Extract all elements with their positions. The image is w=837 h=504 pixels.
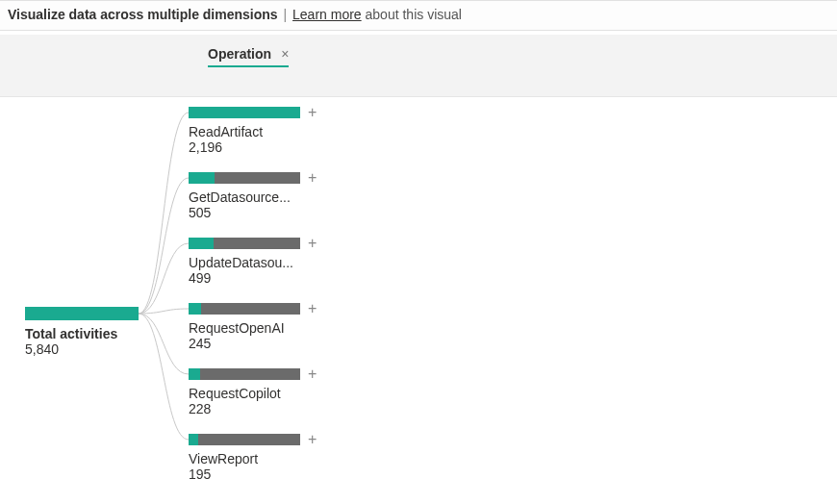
info-lead: Visualize data across multiple dimension… [8, 7, 278, 22]
info-bar: Visualize data across multiple dimension… [0, 1, 837, 31]
root-node[interactable]: Total activities 5,840 [25, 307, 146, 357]
child-bar-fill [189, 172, 215, 184]
child-label: UpdateDatasou... [189, 255, 314, 270]
close-icon[interactable]: × [281, 46, 289, 62]
child-node[interactable]: +RequestOpenAI245 [189, 303, 391, 351]
expand-icon[interactable]: + [308, 365, 317, 383]
child-value: 245 [189, 336, 391, 351]
child-label: GetDatasource... [189, 189, 314, 205]
dimension-chip-operation[interactable]: Operation × [208, 46, 289, 67]
child-bar-fill [189, 107, 300, 118]
child-bar-fill [189, 434, 198, 445]
child-value: 228 [189, 401, 391, 416]
decomposition-canvas: Total activities 5,840 +ReadArtifact2,19… [0, 97, 837, 501]
expand-icon[interactable]: + [308, 300, 317, 317]
child-node[interactable]: +UpdateDatasou...499 [189, 238, 391, 286]
child-node[interactable]: +GetDatasource...505 [189, 172, 391, 220]
child-bar-fill [189, 368, 200, 380]
child-label: RequestCopilot [189, 386, 314, 401]
root-title: Total activities [25, 326, 146, 341]
child-bar-fill [189, 303, 201, 315]
child-node[interactable]: +RequestCopilot228 [189, 368, 391, 416]
root-bar [25, 307, 139, 320]
expand-icon[interactable]: + [308, 431, 317, 448]
expand-icon[interactable]: + [308, 104, 317, 121]
child-label: ReadArtifact [189, 124, 314, 139]
info-trail: about this visual [362, 7, 462, 22]
expand-icon[interactable]: + [308, 169, 317, 187]
learn-more-link[interactable]: Learn more [292, 7, 362, 22]
child-bar: + [189, 303, 300, 315]
child-value: 2,196 [189, 139, 391, 155]
child-bar-fill [189, 238, 214, 249]
child-value: 499 [189, 270, 391, 286]
expand-icon[interactable]: + [308, 235, 317, 252]
connector-lines [0, 97, 837, 501]
child-bar: + [189, 368, 300, 380]
dimension-chip-label: Operation [208, 46, 271, 62]
child-value: 505 [189, 205, 391, 220]
child-bar: + [189, 434, 300, 445]
child-bar: + [189, 172, 300, 184]
child-bar: + [189, 107, 300, 118]
dimension-chip-row: Operation × [0, 35, 837, 97]
child-node[interactable]: +ReadArtifact2,196 [189, 107, 391, 155]
child-value: 195 [189, 466, 391, 482]
root-value: 5,840 [25, 341, 146, 357]
child-bar: + [189, 238, 300, 249]
info-separator: | [284, 7, 288, 22]
child-node[interactable]: +ViewReport195 [189, 434, 391, 482]
child-label: RequestOpenAI [189, 320, 314, 336]
child-label: ViewReport [189, 451, 314, 466]
